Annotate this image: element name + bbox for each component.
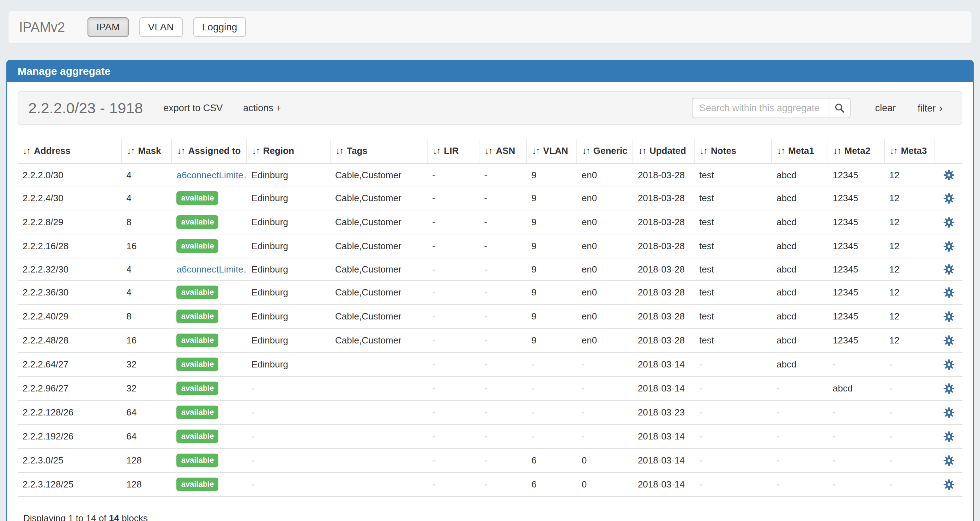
column-label: VLAN	[543, 145, 568, 156]
gear-icon[interactable]	[943, 335, 955, 346]
nav-tab-vlan[interactable]: VLAN	[139, 17, 183, 37]
cell-mask: 16	[121, 328, 172, 352]
top-navbar: IPAMv2 IPAMVLANLogging	[8, 11, 972, 44]
gear-icon[interactable]	[943, 241, 955, 252]
column-header-meta1[interactable]: ↓↑Meta1	[772, 139, 827, 163]
gear-icon[interactable]	[943, 431, 955, 442]
cell-lir: -	[427, 448, 479, 472]
search-input[interactable]	[692, 98, 829, 118]
assigned-link[interactable]: a6connectLimite…	[177, 170, 246, 180]
cell-generic: en0	[577, 258, 633, 280]
cell-vlan: 9	[527, 304, 577, 328]
available-badge: available	[177, 333, 218, 347]
cell-generic: en0	[577, 186, 633, 210]
cell-tags: Cable,Customer	[330, 163, 427, 186]
cell-meta1: -	[772, 472, 827, 496]
gear-icon[interactable]	[943, 193, 955, 204]
gear-icon[interactable]	[943, 169, 955, 181]
cell-updated: 2018-03-14	[633, 376, 694, 400]
cell-updated: 2018-03-23	[633, 400, 694, 424]
nav-tab-logging[interactable]: Logging	[193, 17, 246, 37]
sort-icon: ↓↑	[433, 145, 440, 156]
cell-notes: test	[694, 304, 772, 328]
cell-asn: -	[479, 352, 527, 376]
column-header-meta2[interactable]: ↓↑Meta2	[828, 139, 885, 163]
column-header-region[interactable]: ↓↑Region	[247, 139, 330, 163]
cell-actions	[934, 400, 963, 424]
column-header-notes[interactable]: ↓↑Notes	[694, 139, 772, 163]
gear-icon[interactable]	[943, 479, 955, 490]
cell-region: Edinburg	[247, 280, 330, 304]
actions-menu-link[interactable]: actions +	[243, 103, 282, 114]
column-label: ASN	[496, 145, 515, 156]
column-header-updated[interactable]: ↓↑Updated	[633, 139, 694, 163]
cell-region: -	[247, 424, 330, 448]
sort-icon: ↓↑	[890, 145, 897, 156]
cell-assigned-to: available	[172, 328, 246, 352]
cell-updated: 2018-03-28	[633, 258, 694, 280]
cell-meta2: -	[828, 400, 885, 424]
nav-tab-ipam[interactable]: IPAM	[88, 17, 129, 37]
search-button[interactable]	[829, 98, 851, 118]
cell-vlan: 9	[527, 210, 577, 234]
export-csv-link[interactable]: export to CSV	[163, 103, 223, 114]
sort-icon: ↓↑	[532, 145, 540, 156]
cell-address: 2.2.2.96/27	[18, 376, 121, 400]
cell-actions	[934, 352, 963, 376]
cell-address: 2.2.3.128/25	[18, 472, 121, 496]
cell-address: 2.2.2.40/29	[18, 304, 121, 328]
gear-icon[interactable]	[943, 407, 955, 418]
gear-icon[interactable]	[943, 455, 955, 466]
column-label: Assigned to	[188, 145, 240, 156]
cell-meta1: abcd	[772, 328, 827, 352]
cell-generic: en0	[577, 328, 633, 352]
gear-icon[interactable]	[943, 311, 955, 322]
cell-lir: -	[427, 280, 479, 304]
column-header-meta3[interactable]: ↓↑Meta3	[885, 139, 934, 163]
cell-actions	[934, 376, 963, 400]
cell-vlan: 9	[527, 186, 577, 210]
column-header-asn[interactable]: ↓↑ASN	[479, 139, 527, 163]
cell-updated: 2018-03-28	[633, 304, 694, 328]
aggregate-toolbar: 2.2.2.0/23 - 1918 export to CSV actions …	[18, 91, 963, 125]
table-row: 2.2.2.64/27 32 available Edinburg - - - …	[18, 352, 963, 376]
cell-address: 2.2.2.128/26	[18, 400, 121, 424]
cell-assigned-to: available	[172, 186, 246, 210]
cell-meta2: -	[828, 448, 885, 472]
cell-mask: 128	[121, 448, 172, 472]
gear-icon[interactable]	[943, 287, 955, 298]
filter-link[interactable]: filter›	[918, 102, 943, 114]
column-header-tags[interactable]: ↓↑Tags	[330, 139, 427, 163]
cell-address: 2.2.2.8/29	[18, 210, 121, 234]
column-header-assigned-to[interactable]: ↓↑Assigned to	[172, 139, 246, 163]
table-row: 2.2.2.32/30 4 a6connectLimite… Edinburg …	[18, 258, 963, 280]
cell-meta1: abcd	[772, 280, 827, 304]
app-brand: IPAMv2	[19, 20, 65, 35]
cell-notes: -	[694, 448, 772, 472]
column-header-generic[interactable]: ↓↑Generic	[577, 139, 633, 163]
column-header-address[interactable]: ↓↑Address	[18, 139, 121, 163]
column-header-vlan[interactable]: ↓↑VLAN	[527, 139, 577, 163]
gear-icon[interactable]	[943, 359, 955, 370]
cell-vlan: -	[527, 376, 577, 400]
gear-icon[interactable]	[943, 217, 955, 228]
gear-icon[interactable]	[943, 264, 955, 275]
column-header-mask[interactable]: ↓↑Mask	[121, 139, 172, 163]
cell-notes: test	[694, 258, 772, 280]
cell-meta1: -	[772, 424, 827, 448]
available-badge: available	[177, 215, 218, 229]
column-header-lir[interactable]: ↓↑LIR	[427, 139, 479, 163]
cell-updated: 2018-03-14	[633, 472, 694, 496]
assigned-link[interactable]: a6connectLimite…	[177, 264, 246, 275]
sort-icon: ↓↑	[833, 145, 841, 156]
cell-actions	[934, 448, 963, 472]
cell-mask: 4	[121, 186, 172, 210]
sort-icon: ↓↑	[336, 145, 343, 156]
column-label: Mask	[138, 145, 161, 156]
gear-icon[interactable]	[943, 383, 955, 394]
table-bottom-rule	[18, 496, 963, 497]
clear-link[interactable]: clear	[875, 103, 896, 114]
cell-meta3: 12	[885, 163, 934, 186]
table-row: 2.2.2.4/30 4 available Edinburg Cable,Cu…	[18, 186, 963, 210]
available-badge: available	[177, 285, 218, 299]
